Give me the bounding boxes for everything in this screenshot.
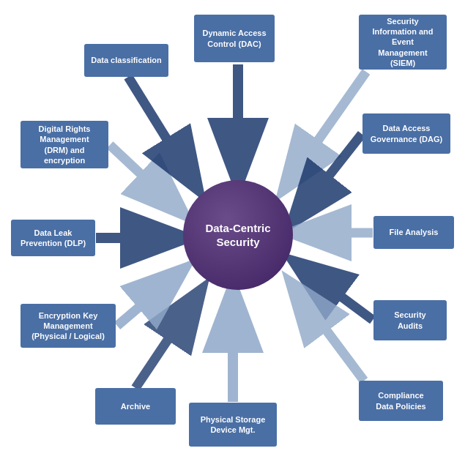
node-dlp: Data Leak Prevention (DLP): [11, 220, 95, 256]
node-dag: Data Access Governance (DAG): [362, 113, 450, 154]
node-security-audits: Security Audits: [373, 300, 447, 340]
svg-line-5: [293, 286, 364, 381]
svg-line-11: [128, 77, 196, 187]
node-physical-storage: Physical Storage Device Mgt.: [189, 403, 277, 447]
svg-line-1: [286, 72, 366, 187]
node-archive: Archive: [95, 388, 176, 425]
svg-line-10: [110, 145, 182, 212]
node-compliance: Compliance Data Policies: [359, 381, 443, 421]
node-drm: Digital Rights Management (DRM) and encr…: [21, 121, 108, 168]
svg-line-8: [117, 271, 182, 326]
center-node: Data-Centric Security: [183, 180, 293, 290]
node-data-classification: Data classification: [84, 44, 168, 77]
svg-line-2: [294, 134, 362, 220]
node-file-analysis: File Analysis: [373, 216, 454, 249]
node-dac: Dynamic Access Control (DAC): [194, 15, 275, 62]
node-siem: Security Information and Event Managemen…: [359, 15, 447, 70]
node-encryption-key: Encryption Key Management (Physical / Lo…: [21, 304, 116, 348]
svg-line-7: [135, 293, 199, 388]
svg-line-4: [297, 264, 373, 320]
diagram: Data-Centric Security Dynamic Access Con…: [0, 0, 476, 470]
